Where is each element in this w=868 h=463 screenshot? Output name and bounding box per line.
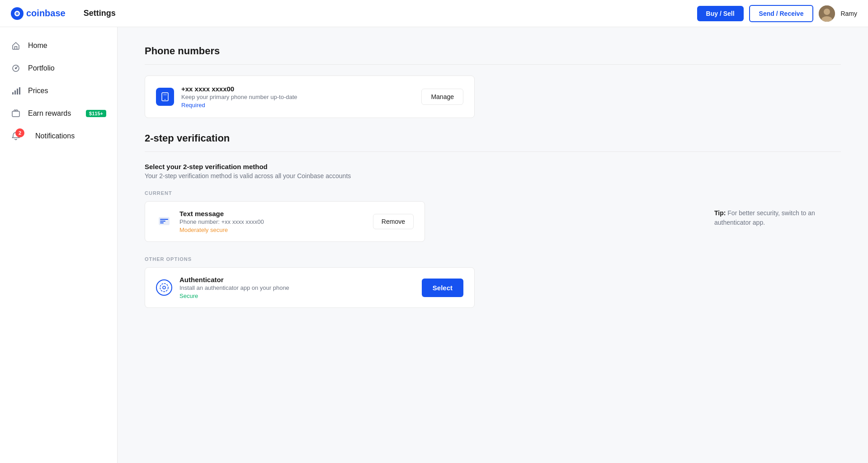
logo-icon	[11, 7, 24, 20]
home-icon	[11, 41, 21, 51]
phone-card-icon	[156, 88, 174, 106]
svg-rect-13	[163, 94, 167, 95]
sidebar-item-notifications[interactable]: 2 Notifications	[0, 125, 117, 147]
phone-required-status: Required	[181, 102, 414, 109]
other-options-label: OTHER OPTIONS	[145, 256, 841, 262]
svg-rect-7	[14, 90, 16, 94]
verify-method-subtitle: Your 2-step verification method is valid…	[145, 172, 841, 180]
avatar[interactable]	[819, 5, 835, 22]
verify-method-label: Select your 2-step verification method	[145, 163, 841, 170]
layout: Home Portfolio Prices Earn rewards $115+	[0, 27, 868, 463]
sidebar-prices-label: Prices	[28, 87, 106, 95]
tip-text: For better security, switch to an authen…	[714, 209, 815, 226]
svg-rect-9	[19, 87, 20, 94]
send-receive-button[interactable]: Send / Receive	[749, 5, 814, 22]
text-message-status: Moderately secure	[179, 227, 366, 233]
phone-subtitle: Keep your primary phone number up-to-dat…	[181, 94, 414, 100]
authenticator-title: Authenticator	[179, 276, 415, 283]
header-right: Buy / Sell Send / Receive Ramy	[697, 5, 857, 22]
current-label: CURRENT	[145, 190, 841, 196]
text-message-detail: Phone number: +xx xxxx xxxx00	[179, 218, 366, 225]
sidebar-item-home[interactable]: Home	[0, 34, 117, 57]
svg-rect-14	[163, 95, 167, 96]
phone-number: +xx xxxx xxxx00	[181, 85, 414, 93]
sidebar: Home Portfolio Prices Earn rewards $115+	[0, 27, 118, 463]
sidebar-portfolio-label: Portfolio	[28, 64, 106, 72]
user-name: Ramy	[840, 10, 857, 17]
sidebar-earn-label: Earn rewards	[28, 109, 79, 118]
authenticator-icon	[156, 279, 172, 296]
buy-sell-button[interactable]: Buy / Sell	[697, 6, 744, 21]
sidebar-item-portfolio[interactable]: Portfolio	[0, 57, 117, 80]
sidebar-item-earn[interactable]: Earn rewards $115+	[0, 102, 117, 125]
svg-point-5	[15, 67, 17, 69]
svg-rect-6	[12, 92, 14, 94]
svg-point-2	[824, 9, 830, 15]
header-left: coinbase Settings	[11, 7, 116, 20]
current-method-card: Text message Phone number: +xx xxxx xxxx…	[145, 201, 425, 242]
select-button[interactable]: Select	[422, 279, 463, 297]
current-main: Text message Phone number: +xx xxxx xxxx…	[145, 201, 698, 253]
svg-rect-10	[12, 111, 19, 117]
verify-header: Select your 2-step verification method Y…	[145, 163, 841, 180]
svg-point-20	[163, 286, 165, 289]
prices-icon	[11, 86, 21, 96]
manage-button[interactable]: Manage	[421, 89, 463, 105]
page-title: Settings	[84, 9, 116, 18]
logo[interactable]: coinbase	[11, 7, 66, 20]
verification-divider	[145, 151, 841, 152]
phone-divider	[145, 64, 841, 65]
sidebar-notifications-label: Notifications	[35, 132, 106, 140]
phone-section-title: Phone numbers	[145, 45, 841, 57]
svg-rect-18	[160, 222, 164, 223]
remove-button[interactable]: Remove	[373, 214, 414, 229]
tip-label: Tip:	[714, 209, 726, 217]
verification-section-title: 2-step verification	[145, 132, 841, 144]
svg-point-19	[160, 283, 168, 292]
svg-point-12	[165, 99, 165, 100]
logo-text: coinbase	[26, 8, 66, 19]
text-message-title: Text message	[179, 210, 366, 217]
sidebar-item-prices[interactable]: Prices	[0, 80, 117, 102]
notification-badge: 2	[15, 128, 24, 137]
authenticator-content: Authenticator Install an authenticator a…	[179, 276, 415, 299]
svg-rect-8	[17, 89, 18, 94]
header: coinbase Settings Buy / Sell Send / Rece…	[0, 0, 868, 27]
current-row: Text message Phone number: +xx xxxx xxxx…	[145, 201, 841, 253]
authenticator-status: Secure	[179, 293, 415, 299]
portfolio-icon	[11, 63, 21, 73]
text-message-icon	[156, 213, 172, 230]
authenticator-card: Authenticator Install an authenticator a…	[145, 267, 475, 308]
svg-rect-16	[160, 219, 168, 220]
tip-box: Tip: For better security, switch to an a…	[705, 201, 841, 235]
earn-badge: $115+	[86, 110, 106, 117]
svg-rect-17	[160, 221, 165, 222]
sidebar-home-label: Home	[28, 42, 106, 50]
method-content: Text message Phone number: +xx xxxx xxxx…	[179, 210, 366, 233]
phone-card-content: +xx xxxx xxxx00 Keep your primary phone …	[181, 85, 414, 109]
main-content: Phone numbers +xx xxxx xxxx00 Keep your …	[118, 27, 868, 463]
authenticator-detail: Install an authenticator app on your pho…	[179, 284, 415, 291]
phone-card: +xx xxxx xxxx00 Keep your primary phone …	[145, 76, 475, 118]
earn-icon	[11, 109, 21, 118]
